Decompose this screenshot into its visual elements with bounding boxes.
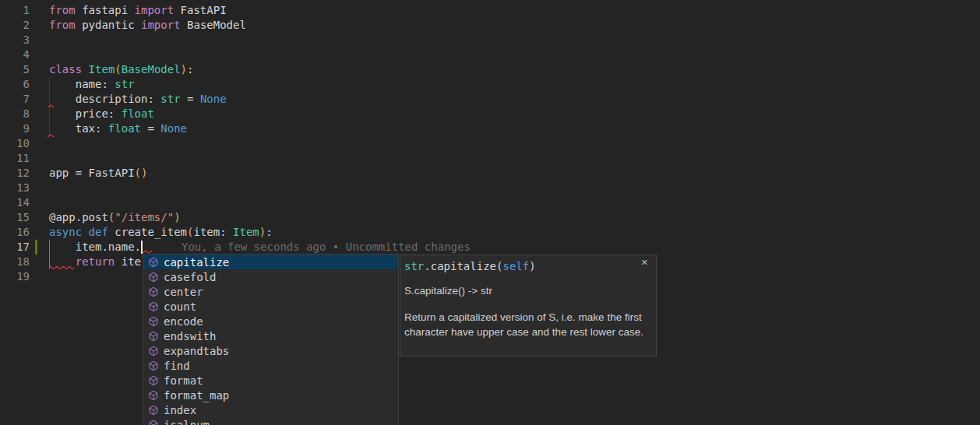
code-line[interactable]: 11	[0, 151, 980, 166]
code-text: class Item(BaseModel):	[49, 62, 193, 77]
code-text: price: float	[49, 107, 154, 121]
method-icon	[148, 331, 159, 342]
docs-description: Return a capitalized version of S, i.e. …	[404, 310, 654, 339]
code-line[interactable]: 1from fastapi import FastAPI	[0, 3, 980, 18]
line-number: 18	[0, 255, 30, 269]
suggestion-label: format_map	[164, 389, 229, 402]
code-text: from fastapi import FastAPI	[49, 3, 227, 18]
code-line[interactable]: 8 price: float	[0, 107, 980, 121]
code-line[interactable]: 4	[0, 47, 980, 62]
close-icon[interactable]: ✕	[641, 258, 648, 268]
line-number: 15	[0, 210, 30, 225]
modified-line-indicator	[35, 240, 37, 255]
code-text: description: str = None	[49, 92, 227, 107]
line-number: 5	[0, 62, 30, 77]
code-line[interactable]: 9 tax: float = None	[0, 121, 980, 136]
suggestion-item[interactable]: index	[143, 402, 398, 417]
method-icon	[148, 405, 159, 416]
line-number: 12	[0, 166, 30, 181]
suggestion-item[interactable]: center	[143, 284, 398, 299]
autocomplete-popup[interactable]: capitalizecasefoldcentercountencodeendsw…	[143, 254, 399, 425]
suggestion-label: find	[164, 360, 190, 372]
code-line[interactable]: 5class Item(BaseModel):	[0, 62, 980, 77]
error-squiggle	[48, 134, 55, 138]
code-line[interactable]: 12app = FastAPI()	[0, 166, 980, 181]
suggestion-label: endswith	[164, 330, 216, 342]
suggestion-item[interactable]: count	[143, 299, 398, 314]
suggestion-item[interactable]: isalnum	[143, 417, 398, 425]
code-line[interactable]: 3	[0, 33, 980, 47]
suggestion-label: casefold	[164, 271, 216, 283]
line-number: 3	[0, 33, 30, 47]
method-icon	[148, 375, 159, 386]
suggestion-label: index	[164, 404, 196, 416]
error-squiggle	[49, 265, 77, 269]
code-line[interactable]: 16async def create_item(item: Item):	[0, 225, 980, 240]
code-text: from pydantic import BaseModel	[49, 18, 246, 33]
method-icon	[148, 286, 159, 297]
line-number: 2	[0, 18, 30, 33]
code-line[interactable]: 10	[0, 136, 980, 151]
line-number: 17	[0, 240, 30, 255]
gitlens-annotation: You, a few seconds ago • Uncommitted cha…	[182, 240, 471, 255]
docs-summary: S.capitalize() -> str	[404, 285, 492, 297]
suggestion-label: isalnum	[164, 419, 210, 425]
suggestion-item[interactable]: casefold	[143, 269, 398, 284]
code-text: name: str	[49, 77, 135, 92]
code-text: tax: float = None	[49, 121, 187, 136]
suggestion-item[interactable]: capitalize	[143, 255, 398, 269]
suggestion-item[interactable]: expandtabs	[143, 343, 398, 358]
suggestion-item[interactable]: endswith	[143, 328, 398, 343]
code-text: async def create_item(item: Item):	[49, 225, 273, 240]
suggestion-label: count	[164, 300, 196, 313]
code-line[interactable]: 14	[0, 195, 980, 210]
line-number: 1	[0, 3, 30, 18]
method-icon	[148, 390, 159, 401]
suggestion-item[interactable]: encode	[143, 314, 398, 328]
line-number: 9	[0, 121, 30, 136]
suggestion-item[interactable]: format	[143, 373, 398, 388]
code-line[interactable]: 15@app.post("/items/")	[0, 210, 980, 225]
line-number: 13	[0, 181, 30, 195]
suggestion-list[interactable]: capitalizecasefoldcentercountencodeendsw…	[143, 255, 398, 425]
line-number: 16	[0, 225, 30, 240]
line-number: 10	[0, 136, 30, 151]
method-icon	[148, 301, 159, 312]
line-number: 14	[0, 195, 30, 210]
line-number: 4	[0, 47, 30, 62]
code-text: @app.post("/items/")	[49, 210, 181, 225]
line-number: 19	[0, 269, 30, 284]
line-number: 7	[0, 92, 30, 107]
error-squiggle	[48, 104, 55, 108]
method-icon	[148, 346, 159, 357]
editor[interactable]: { "colors": { "editor_background": "#242…	[0, 0, 980, 425]
code-line[interactable]: 6 name: str	[0, 77, 980, 92]
suggestion-label: encode	[164, 315, 203, 328]
suggestion-label: center	[164, 286, 203, 298]
suggestion-label: capitalize	[164, 256, 229, 269]
code-line[interactable]: 13	[0, 181, 980, 195]
method-icon	[148, 257, 159, 268]
suggestion-item[interactable]: find	[143, 358, 398, 373]
code-text: app = FastAPI()	[49, 166, 147, 181]
suggestion-label: format	[164, 374, 203, 387]
suggestion-item[interactable]: format_map	[143, 388, 398, 402]
code-text: item.name.	[49, 240, 141, 255]
method-icon	[148, 420, 159, 425]
code-line[interactable]: 2from pydantic import BaseModel	[0, 18, 980, 33]
signature: str.capitalize(self)	[404, 259, 536, 274]
line-number: 8	[0, 107, 30, 121]
code-line[interactable]: 7 description: str = None	[0, 92, 980, 107]
line-number: 6	[0, 77, 30, 92]
method-icon	[148, 272, 159, 283]
method-icon	[148, 360, 159, 371]
suggestion-docs-panel: str.capitalize(self) ✕ S.capitalize() ->…	[400, 255, 657, 357]
method-icon	[148, 316, 159, 327]
suggestion-label: expandtabs	[164, 345, 229, 357]
line-number: 11	[0, 151, 30, 166]
